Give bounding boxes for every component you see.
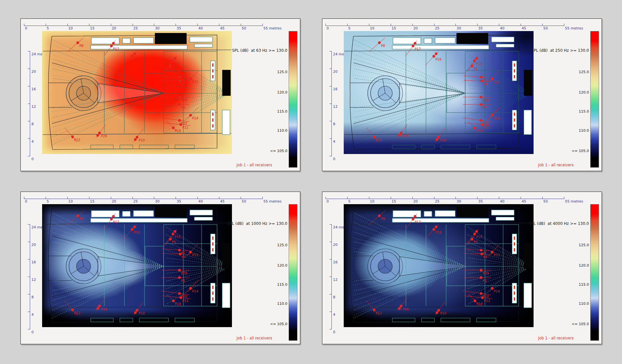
receiver-P4[interactable] <box>179 253 181 255</box>
receiver-P16-dot2[interactable] <box>435 52 437 55</box>
receiver-P10[interactable] <box>136 309 138 312</box>
receiver-P29[interactable] <box>480 269 482 271</box>
receiver-P20[interactable] <box>178 292 181 295</box>
receiver-P29[interactable] <box>178 269 181 271</box>
receiver-P26-dot2[interactable] <box>96 134 99 137</box>
h-ruler-tick-label: 25 <box>133 199 138 204</box>
receiver-P18[interactable] <box>474 300 476 302</box>
receiver-P12[interactable] <box>71 309 74 311</box>
receiver-P1[interactable] <box>178 76 181 78</box>
receiver-P21[interactable] <box>179 123 182 126</box>
receiver-P12[interactable] <box>373 136 375 138</box>
spl-map-window[interactable]: 0510152025303540455055 metres 24 metres2… <box>322 192 602 344</box>
receiver-P16-dot2[interactable] <box>133 226 136 228</box>
receiver-P13[interactable] <box>491 78 493 80</box>
receiver-P20[interactable] <box>178 119 181 122</box>
receiver-P15-dot2[interactable] <box>174 57 176 60</box>
receiver-P8[interactable] <box>76 41 79 44</box>
receiver-P2[interactable] <box>480 276 482 279</box>
spl-heatmap[interactable]: P8P17P16P15P5P13P1P4P29P2P14P20P21P18P10… <box>42 204 232 327</box>
receiver-P16[interactable] <box>131 55 133 58</box>
receiver-P21[interactable] <box>481 123 484 126</box>
receiver-P26[interactable] <box>400 132 402 134</box>
receiver-P15[interactable] <box>172 233 174 235</box>
receiver-P10[interactable] <box>136 136 138 138</box>
spl-heatmap[interactable]: P8P17P16P15P5P13P1P4P29P2P14P20P21P18P10… <box>344 204 534 327</box>
receiver-P4[interactable] <box>480 253 483 255</box>
receiver-P17[interactable] <box>110 45 113 47</box>
receiver-label: P12 <box>74 311 80 315</box>
receiver-P15[interactable] <box>473 60 476 62</box>
receiver-P1[interactable] <box>480 249 482 251</box>
receiver-P10-dot2[interactable] <box>435 138 438 141</box>
receiver-P14[interactable] <box>491 287 493 290</box>
spl-map-window[interactable]: 0510152025303540455055 metres 24 metres2… <box>322 18 602 171</box>
receiver-P5[interactable] <box>169 238 172 240</box>
receiver-P16[interactable] <box>131 228 133 231</box>
receiver-P26[interactable] <box>98 132 101 134</box>
receiver-P10-dot2[interactable] <box>134 138 136 141</box>
receiver-P26-dot2[interactable] <box>398 134 400 137</box>
receiver-P15-dot2[interactable] <box>475 230 478 233</box>
receiver-P10-dot2[interactable] <box>134 311 136 314</box>
receiver-P2[interactable] <box>480 103 482 106</box>
receiver-P15[interactable] <box>473 233 476 235</box>
receiver-P18[interactable] <box>172 127 175 129</box>
receiver-P21[interactable] <box>179 296 182 299</box>
receiver-P16-dot2[interactable] <box>435 226 437 228</box>
receiver-P20[interactable] <box>480 119 482 122</box>
receiver-P16[interactable] <box>432 228 435 231</box>
receiver-P13[interactable] <box>189 251 192 253</box>
receiver-P8[interactable] <box>76 215 79 217</box>
receiver-P29[interactable] <box>178 96 181 98</box>
receiver-P10[interactable] <box>437 136 440 138</box>
receiver-P18[interactable] <box>474 127 476 129</box>
receiver-P8[interactable] <box>378 41 381 44</box>
receiver-P16-dot2[interactable] <box>133 52 136 55</box>
receiver-P17-dot2[interactable] <box>112 42 115 44</box>
receiver-P16[interactable] <box>432 55 435 58</box>
receiver-P17[interactable] <box>412 218 414 220</box>
receiver-P17-dot2[interactable] <box>414 215 416 217</box>
receiver-P8[interactable] <box>378 215 381 217</box>
receiver-P10-dot2[interactable] <box>435 311 438 314</box>
receiver-P4[interactable] <box>480 80 483 82</box>
receiver-P13[interactable] <box>189 78 192 80</box>
receiver-P12[interactable] <box>373 309 375 311</box>
receiver-P12[interactable] <box>71 136 74 138</box>
spl-map-window[interactable]: 0510152025303540455055 metres 24 metres2… <box>20 18 300 171</box>
receiver-P5[interactable] <box>471 238 473 240</box>
receiver-P5[interactable] <box>471 65 473 67</box>
receiver-P15[interactable] <box>172 60 174 62</box>
receiver-P26[interactable] <box>98 305 101 307</box>
receiver-P17-dot2[interactable] <box>414 42 416 44</box>
receiver-P20[interactable] <box>480 292 482 295</box>
receiver-P17[interactable] <box>412 45 414 47</box>
receiver-P13[interactable] <box>491 251 493 253</box>
receiver-P17[interactable] <box>110 218 113 220</box>
receiver-P5[interactable] <box>169 65 172 67</box>
receiver-P15-dot2[interactable] <box>475 57 478 60</box>
receiver-P14[interactable] <box>189 114 192 116</box>
receiver-P2[interactable] <box>178 276 181 279</box>
spl-map-window[interactable]: 0510152025303540455055 metres 24 metres2… <box>20 192 300 344</box>
receiver-P15-dot2[interactable] <box>174 230 176 233</box>
receiver-P14[interactable] <box>189 287 192 290</box>
receiver-P21[interactable] <box>481 296 484 299</box>
spl-heatmap[interactable]: P8P17P16P15P5P13P1P4P29P2P14P20P21P18P10… <box>42 31 232 154</box>
receiver-P10[interactable] <box>437 309 440 312</box>
receiver-P26-dot2[interactable] <box>398 307 400 310</box>
receiver-P1[interactable] <box>178 249 181 251</box>
spl-heatmap[interactable]: P8P17P16P15P5P13P1P4P29P2P14P20P21P18P10… <box>344 31 534 154</box>
receiver-P17-dot2[interactable] <box>112 215 115 217</box>
receiver-P26[interactable] <box>400 305 402 307</box>
v-ruler-tick-label: 20 <box>333 243 338 247</box>
receiver-P14[interactable] <box>491 114 493 116</box>
receiver-P29[interactable] <box>480 96 482 98</box>
receiver-P4[interactable] <box>179 80 181 82</box>
stage-tower-block <box>456 33 488 44</box>
receiver-P26-dot2[interactable] <box>96 307 99 310</box>
receiver-P18[interactable] <box>172 300 175 302</box>
receiver-P1[interactable] <box>480 76 482 78</box>
receiver-P2[interactable] <box>178 103 181 106</box>
